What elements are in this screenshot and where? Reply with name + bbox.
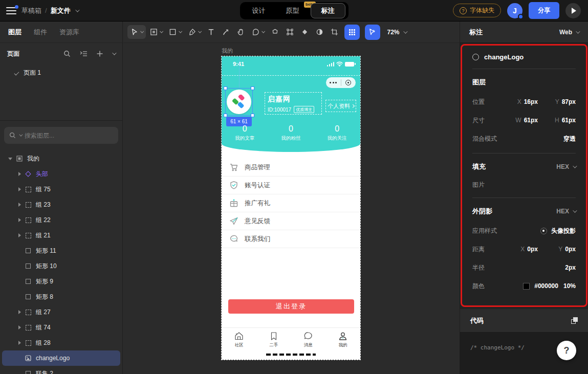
layer-row-group[interactable]: 组 27 <box>2 304 120 320</box>
miniprogram-capsule[interactable] <box>326 77 356 88</box>
tab-me-active[interactable]: 我的 <box>325 328 360 351</box>
frame-tool[interactable] <box>147 25 165 39</box>
x-value[interactable]: 0px <box>527 246 538 253</box>
zoom-control[interactable]: 72% <box>387 29 406 36</box>
resize-handle[interactable] <box>251 86 254 90</box>
text-tool[interactable] <box>204 25 218 39</box>
resize-handle[interactable] <box>224 86 227 90</box>
color-swatch[interactable] <box>523 283 530 290</box>
layer-row-component[interactable]: 头部 <box>2 166 120 182</box>
tab-community[interactable]: 社区 <box>222 328 256 351</box>
tab-assets[interactable]: 资源库 <box>59 28 79 37</box>
layer-row-union[interactable]: 联集 2 <box>2 366 120 374</box>
tab-layers[interactable]: 图层 <box>8 28 21 37</box>
rectangle-tool[interactable] <box>166 25 184 39</box>
more-icon[interactable] <box>326 82 341 83</box>
select-tool[interactable] <box>127 25 146 39</box>
present-button[interactable] <box>565 3 581 18</box>
canvas-area[interactable]: 我的 9:41 <box>123 43 460 374</box>
tab-annotate[interactable]: 标注 <box>311 3 345 18</box>
chevron-down-icon[interactable] <box>198 30 201 33</box>
search-icon[interactable] <box>63 50 71 57</box>
profile-name-group[interactable]: 启嘉网 ID:100017 优质博主 <box>265 92 322 115</box>
layer-row-frame[interactable]: 我的 <box>2 151 120 166</box>
stat-followers[interactable]: 0 我的粉丝 <box>268 124 314 142</box>
h-value[interactable]: 61px <box>562 117 576 124</box>
hand-tool[interactable] <box>234 25 248 39</box>
tab-secondhand[interactable]: 二手 <box>256 328 291 351</box>
diamond-tool[interactable] <box>298 25 312 39</box>
layer-row-image-selected[interactable]: changeLogo <box>2 350 120 366</box>
expand-arrow-icon[interactable] <box>18 310 21 314</box>
font-missing-button[interactable]: ? 字体缺失 <box>453 4 501 17</box>
logout-button[interactable]: 退出登录 <box>228 299 354 314</box>
x-value[interactable]: 16px <box>524 98 538 105</box>
tab-prototype[interactable]: 原型 beta <box>277 4 309 18</box>
copy-code-icon[interactable] <box>571 317 578 324</box>
fill-value[interactable]: 图片 <box>472 181 576 189</box>
menu-item-contact[interactable]: 联系我们 <box>222 230 360 248</box>
layer-row-group[interactable]: 组 21 <box>2 228 120 243</box>
selection-row[interactable]: changeLogo <box>462 46 586 69</box>
help-button[interactable]: ? <box>557 341 576 360</box>
breadcrumb-folder[interactable]: 草稿箱 <box>21 6 41 15</box>
search-filter-chevron-icon[interactable] <box>19 133 23 137</box>
layer-row-group[interactable]: 组 28 <box>2 335 120 350</box>
platform-select[interactable]: Web <box>559 29 579 36</box>
page-item[interactable]: 页面 1 <box>0 64 122 81</box>
expand-arrow-icon[interactable] <box>18 341 21 345</box>
layer-row-group[interactable]: 组 75 <box>2 182 120 197</box>
artboard[interactable]: 9:41 <box>222 56 360 360</box>
expand-arrow-icon[interactable] <box>8 158 12 160</box>
layer-row-rect[interactable]: 矩形 11 <box>2 243 120 258</box>
contrast-tool[interactable] <box>313 25 326 39</box>
selected-logo-layer[interactable] <box>227 90 251 114</box>
stat-articles[interactable]: 0 我的文章 <box>222 124 268 142</box>
collapse-list-icon[interactable] <box>80 51 88 57</box>
arrow-connector-tool[interactable] <box>219 25 233 39</box>
menu-item-feedback[interactable]: 意见反馈 <box>222 212 360 230</box>
layer-row-group[interactable]: 组 23 <box>2 197 120 212</box>
tab-messages[interactable]: 消息 <box>291 328 326 351</box>
layer-search[interactable] <box>4 127 118 144</box>
collapse-pages-icon[interactable] <box>112 51 116 55</box>
chevron-down-icon[interactable] <box>160 30 163 33</box>
share-button[interactable]: 分享 <box>529 2 559 19</box>
blend-value[interactable]: 穿透 <box>563 135 576 143</box>
y-value[interactable]: 0px <box>565 246 576 253</box>
w-value[interactable]: 61px <box>524 117 538 124</box>
search-input[interactable] <box>25 132 113 139</box>
layer-row-group[interactable]: 组 74 <box>2 320 120 335</box>
expand-arrow-icon[interactable] <box>18 172 21 176</box>
layer-row-rect[interactable]: 矩形 10 <box>2 258 120 274</box>
tab-design[interactable]: 设计 <box>243 4 275 18</box>
layer-row-group[interactable]: 组 22 <box>2 212 120 228</box>
grid-view-button[interactable] <box>344 25 360 40</box>
stat-following[interactable]: 0 我的关注 <box>314 124 360 142</box>
applied-style[interactable]: 头像投影 <box>540 227 576 235</box>
chevron-down-icon[interactable] <box>140 30 143 33</box>
y-value[interactable]: 87px <box>562 98 576 105</box>
annotate-cursor-button[interactable] <box>365 25 380 40</box>
profile-link[interactable]: 个人资料 <box>325 100 356 112</box>
expand-arrow-icon[interactable] <box>18 325 21 329</box>
comment-tool[interactable] <box>249 25 267 39</box>
chevron-down-icon[interactable] <box>179 30 182 33</box>
expand-arrow-icon[interactable] <box>18 187 21 191</box>
main-menu-button[interactable] <box>6 7 16 14</box>
artboard-label[interactable]: 我的 <box>222 47 233 55</box>
shape-blob-tool[interactable] <box>268 25 282 39</box>
chevron-down-icon[interactable] <box>75 8 79 12</box>
radius-value[interactable]: 2px <box>565 264 576 271</box>
expand-arrow-icon[interactable] <box>18 218 21 222</box>
menu-item-products[interactable]: 商品管理 <box>222 159 360 177</box>
fill-unit-select[interactable]: HEX <box>556 163 576 170</box>
breadcrumb-file[interactable]: 新文件 <box>51 6 71 15</box>
tab-components[interactable]: 组件 <box>34 28 47 37</box>
menu-item-promo[interactable]: 推广有礼 <box>222 194 360 212</box>
color-opacity[interactable]: 10% <box>563 282 576 290</box>
color-hex[interactable]: #000000 <box>534 282 558 290</box>
expand-arrow-icon[interactable] <box>18 233 21 237</box>
shadow-unit-select[interactable]: HEX <box>556 208 576 215</box>
pen-tool[interactable] <box>185 25 204 39</box>
